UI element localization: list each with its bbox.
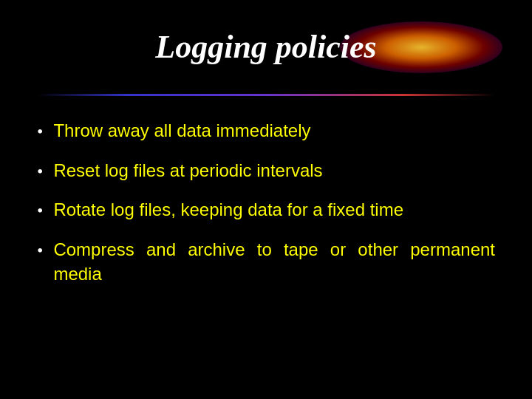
bullet-text-4: Compress and archive to tape or other pe… bbox=[53, 237, 495, 287]
bullet-item-1: • Throw away all data immediately bbox=[37, 118, 495, 145]
header-area: Logging policies bbox=[37, 22, 495, 72]
bullet-item-2: • Reset log files at periodic intervals bbox=[37, 158, 495, 185]
bullet-text-1: Throw away all data immediately bbox=[53, 118, 310, 143]
bullet-dot-3: • bbox=[37, 199, 43, 224]
bullet-text-2: Reset log files at periodic intervals bbox=[53, 158, 322, 183]
bullet-text-3: Rotate log files, keeping data for a fix… bbox=[53, 197, 403, 222]
bullet-list: • Throw away all data immediately • Rese… bbox=[37, 118, 495, 287]
title-underline bbox=[37, 94, 495, 96]
slide-title: Logging policies bbox=[140, 22, 391, 72]
bullet-dot-4: • bbox=[37, 239, 43, 264]
bullet-dot-1: • bbox=[37, 120, 43, 145]
bullet-item-3: • Rotate log files, keeping data for a f… bbox=[37, 197, 495, 224]
bullet-dot-2: • bbox=[37, 160, 43, 185]
bullet-item-4: • Compress and archive to tape or other … bbox=[37, 237, 495, 287]
slide: Logging policies • Throw away all data i… bbox=[0, 0, 532, 399]
